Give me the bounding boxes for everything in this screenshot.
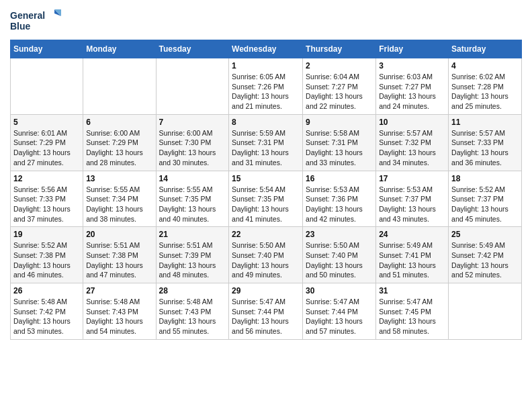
day-number: 25 [451, 230, 519, 239]
calendar-cell: 19Sunrise: 5:52 AMSunset: 7:38 PMDayligh… [11, 227, 83, 283]
day-info: Sunrise: 5:56 AMSunset: 7:33 PMDaylight:… [13, 185, 80, 224]
day-number: 8 [232, 118, 300, 127]
calendar-cell: 30Sunrise: 5:47 AMSunset: 7:44 PMDayligh… [303, 283, 376, 340]
calendar-cell: 13Sunrise: 5:55 AMSunset: 7:34 PMDayligh… [83, 171, 156, 227]
day-number: 27 [86, 286, 152, 295]
day-info: Sunrise: 6:00 AMSunset: 7:29 PMDaylight:… [86, 128, 152, 168]
day-info: Sunrise: 6:02 AMSunset: 7:28 PMDaylight:… [451, 72, 519, 111]
day-info: Sunrise: 5:51 AMSunset: 7:38 PMDaylight:… [86, 240, 152, 280]
day-info: Sunrise: 6:04 AMSunset: 7:27 PMDaylight:… [306, 72, 373, 111]
day-info: Sunrise: 5:48 AMSunset: 7:42 PMDaylight:… [13, 297, 80, 336]
calendar-cell [11, 58, 83, 115]
calendar-cell: 1Sunrise: 6:05 AMSunset: 7:26 PMDaylight… [229, 58, 303, 115]
day-number: 1 [232, 61, 300, 71]
day-number: 30 [306, 286, 373, 295]
calendar-cell: 8Sunrise: 5:59 AMSunset: 7:31 PMDaylight… [229, 114, 303, 171]
day-info: Sunrise: 5:47 AMSunset: 7:44 PMDaylight:… [232, 297, 300, 336]
day-info: Sunrise: 5:49 AMSunset: 7:42 PMDaylight:… [451, 240, 519, 280]
day-number: 28 [159, 286, 226, 295]
day-number: 13 [86, 174, 152, 183]
day-info: Sunrise: 6:00 AMSunset: 7:30 PMDaylight:… [159, 128, 226, 168]
calendar-cell: 4Sunrise: 6:02 AMSunset: 7:28 PMDaylight… [449, 58, 522, 115]
day-number: 17 [379, 174, 445, 183]
calendar-cell: 21Sunrise: 5:51 AMSunset: 7:39 PMDayligh… [156, 227, 229, 283]
day-info: Sunrise: 5:50 AMSunset: 7:40 PMDaylight:… [306, 240, 373, 280]
calendar-cell [449, 283, 522, 340]
day-number: 3 [379, 61, 445, 71]
day-info: Sunrise: 5:52 AMSunset: 7:37 PMDaylight:… [451, 185, 519, 224]
calendar-cell: 20Sunrise: 5:51 AMSunset: 7:38 PMDayligh… [83, 227, 156, 283]
calendar-cell: 18Sunrise: 5:52 AMSunset: 7:37 PMDayligh… [449, 171, 522, 227]
day-number: 19 [13, 230, 80, 239]
day-number: 4 [451, 61, 519, 71]
calendar-cell: 15Sunrise: 5:54 AMSunset: 7:35 PMDayligh… [229, 171, 303, 227]
day-info: Sunrise: 5:53 AMSunset: 7:37 PMDaylight:… [379, 185, 445, 224]
day-number: 20 [86, 230, 152, 239]
weekday-header-sunday: Sunday [11, 40, 83, 58]
day-number: 11 [451, 118, 519, 127]
calendar-cell: 27Sunrise: 5:48 AMSunset: 7:43 PMDayligh… [83, 283, 156, 340]
calendar-cell: 23Sunrise: 5:50 AMSunset: 7:40 PMDayligh… [303, 227, 376, 283]
calendar-cell: 16Sunrise: 5:53 AMSunset: 7:36 PMDayligh… [303, 171, 376, 227]
svg-text:Blue: Blue [10, 21, 31, 32]
calendar-cell: 9Sunrise: 5:58 AMSunset: 7:31 PMDaylight… [303, 114, 376, 171]
calendar-cell: 28Sunrise: 5:48 AMSunset: 7:43 PMDayligh… [156, 283, 229, 340]
calendar-table: SundayMondayTuesdayWednesdayThursdayFrid… [10, 40, 522, 340]
day-number: 12 [13, 174, 80, 183]
calendar-cell: 24Sunrise: 5:49 AMSunset: 7:41 PMDayligh… [376, 227, 449, 283]
calendar-cell: 29Sunrise: 5:47 AMSunset: 7:44 PMDayligh… [229, 283, 303, 340]
day-number: 14 [159, 174, 226, 183]
day-number: 6 [86, 118, 152, 127]
day-number: 2 [306, 61, 373, 71]
day-info: Sunrise: 5:49 AMSunset: 7:41 PMDaylight:… [379, 240, 445, 280]
calendar-cell [83, 58, 156, 115]
calendar-cell: 5Sunrise: 6:01 AMSunset: 7:29 PMDaylight… [11, 114, 83, 171]
weekday-header-saturday: Saturday [449, 40, 522, 58]
day-info: Sunrise: 5:48 AMSunset: 7:43 PMDaylight:… [159, 297, 226, 336]
day-number: 24 [379, 230, 445, 239]
logo-svg: General Blue [10, 7, 64, 37]
calendar-cell: 17Sunrise: 5:53 AMSunset: 7:37 PMDayligh… [376, 171, 449, 227]
day-info: Sunrise: 5:51 AMSunset: 7:39 PMDaylight:… [159, 240, 226, 280]
calendar-cell: 11Sunrise: 5:57 AMSunset: 7:33 PMDayligh… [449, 114, 522, 171]
calendar-cell: 2Sunrise: 6:04 AMSunset: 7:27 PMDaylight… [303, 58, 376, 115]
weekday-header-wednesday: Wednesday [229, 40, 303, 58]
day-number: 7 [159, 118, 226, 127]
weekday-header-monday: Monday [83, 40, 156, 58]
day-info: Sunrise: 5:53 AMSunset: 7:36 PMDaylight:… [306, 185, 373, 224]
day-info: Sunrise: 5:54 AMSunset: 7:35 PMDaylight:… [232, 185, 300, 224]
calendar-cell: 7Sunrise: 6:00 AMSunset: 7:30 PMDaylight… [156, 114, 229, 171]
day-info: Sunrise: 6:05 AMSunset: 7:26 PMDaylight:… [232, 72, 300, 111]
day-number: 26 [13, 286, 80, 295]
day-info: Sunrise: 5:52 AMSunset: 7:38 PMDaylight:… [13, 240, 80, 280]
day-number: 10 [379, 118, 445, 127]
day-number: 29 [232, 286, 300, 295]
day-info: Sunrise: 5:57 AMSunset: 7:32 PMDaylight:… [379, 128, 445, 168]
day-number: 5 [13, 118, 80, 127]
day-info: Sunrise: 6:03 AMSunset: 7:27 PMDaylight:… [379, 72, 445, 111]
day-info: Sunrise: 5:47 AMSunset: 7:45 PMDaylight:… [379, 297, 445, 336]
calendar-cell: 26Sunrise: 5:48 AMSunset: 7:42 PMDayligh… [11, 283, 83, 340]
page-header: General Blue [10, 7, 522, 37]
day-info: Sunrise: 5:59 AMSunset: 7:31 PMDaylight:… [232, 128, 300, 168]
calendar-cell: 12Sunrise: 5:56 AMSunset: 7:33 PMDayligh… [11, 171, 83, 227]
calendar-cell: 10Sunrise: 5:57 AMSunset: 7:32 PMDayligh… [376, 114, 449, 171]
weekday-header-thursday: Thursday [303, 40, 376, 58]
day-info: Sunrise: 5:57 AMSunset: 7:33 PMDaylight:… [451, 128, 519, 168]
svg-text:General: General [10, 10, 45, 21]
day-number: 21 [159, 230, 226, 239]
day-info: Sunrise: 6:01 AMSunset: 7:29 PMDaylight:… [13, 128, 80, 168]
logo: General Blue [10, 7, 64, 37]
day-number: 31 [379, 286, 445, 295]
day-number: 15 [232, 174, 300, 183]
calendar-cell: 14Sunrise: 5:55 AMSunset: 7:35 PMDayligh… [156, 171, 229, 227]
day-number: 16 [306, 174, 373, 183]
day-number: 9 [306, 118, 373, 127]
calendar-cell [156, 58, 229, 115]
day-info: Sunrise: 5:48 AMSunset: 7:43 PMDaylight:… [86, 297, 152, 336]
day-info: Sunrise: 5:50 AMSunset: 7:40 PMDaylight:… [232, 240, 300, 280]
calendar-cell: 3Sunrise: 6:03 AMSunset: 7:27 PMDaylight… [376, 58, 449, 115]
day-info: Sunrise: 5:55 AMSunset: 7:34 PMDaylight:… [86, 185, 152, 224]
day-number: 23 [306, 230, 373, 239]
day-number: 22 [232, 230, 300, 239]
